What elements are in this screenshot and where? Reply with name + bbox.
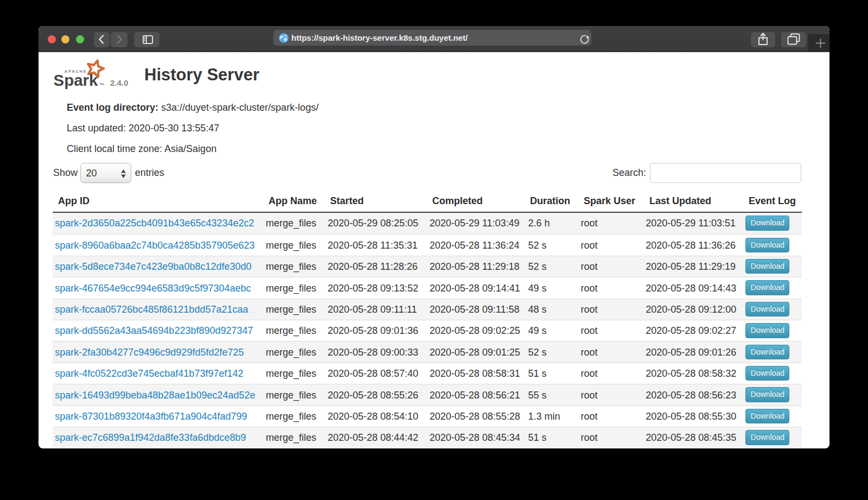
- svg-text:TM: TM: [100, 83, 104, 86]
- svg-text:Spark: Spark: [54, 71, 98, 89]
